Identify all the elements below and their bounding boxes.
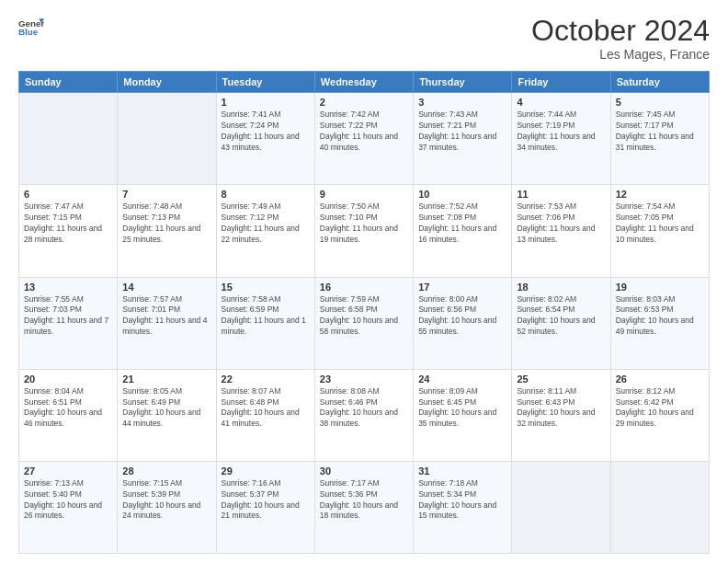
daylight-text: Daylight: 10 hours and 49 minutes. [616,316,704,338]
day-info: Sunrise: 7:43 AMSunset: 7:21 PMDaylight:… [418,109,506,154]
day-info: Sunrise: 7:42 AMSunset: 7:22 PMDaylight:… [320,109,408,154]
calendar-day-cell: 17Sunrise: 8:00 AMSunset: 6:56 PMDayligh… [414,277,512,369]
day-info: Sunrise: 7:47 AMSunset: 7:15 PMDaylight:… [24,201,112,246]
daylight-text: Daylight: 11 hours and 7 minutes. [24,316,112,338]
day-number: 11 [517,189,605,200]
sunset-text: Sunset: 7:21 PM [418,121,506,132]
sunset-text: Sunset: 5:34 PM [418,489,506,500]
sunrise-text: Sunrise: 7:54 AM [616,201,704,213]
day-info: Sunrise: 7:16 AMSunset: 5:37 PMDaylight:… [222,478,310,523]
calendar-day-cell: 27Sunrise: 7:13 AMSunset: 5:40 PMDayligh… [19,461,118,553]
calendar-day-cell: 7Sunrise: 7:48 AMSunset: 7:13 PMDaylight… [118,185,216,277]
sunset-text: Sunset: 6:56 PM [418,304,506,316]
sunset-text: Sunset: 6:54 PM [517,304,605,316]
day-info: Sunrise: 8:02 AMSunset: 6:54 PMDaylight:… [517,294,605,339]
calendar-day-cell: 21Sunrise: 8:05 AMSunset: 6:49 PMDayligh… [118,369,216,461]
calendar-week-row: 6Sunrise: 7:47 AMSunset: 7:15 PMDaylight… [19,185,710,277]
sunrise-text: Sunrise: 7:49 AM [222,201,310,213]
sunrise-text: Sunrise: 7:44 AM [517,109,605,121]
sunrise-text: Sunrise: 8:03 AM [616,294,704,305]
sunset-text: Sunset: 7:24 PM [222,121,310,132]
calendar-table: SundayMondayTuesdayWednesdayThursdayFrid… [18,71,710,554]
sunset-text: Sunset: 6:46 PM [320,397,408,408]
day-number: 2 [320,97,408,108]
logo: General Blue [18,15,44,40]
sunrise-text: Sunrise: 7:16 AM [222,478,310,489]
day-number: 28 [122,465,210,477]
sunrise-text: Sunrise: 7:15 AM [122,478,210,489]
sunset-text: Sunset: 7:13 PM [122,213,210,224]
sunrise-text: Sunrise: 7:13 AM [24,478,112,489]
day-info: Sunrise: 8:08 AMSunset: 6:46 PMDaylight:… [320,386,408,431]
daylight-text: Daylight: 11 hours and 4 minutes. [122,316,210,338]
sunset-text: Sunset: 7:22 PM [320,121,408,132]
day-number: 10 [418,189,506,200]
weekday-header-cell: Thursday [414,72,512,93]
calendar-day-cell: 4Sunrise: 7:44 AMSunset: 7:19 PMDaylight… [512,93,610,185]
sunset-text: Sunset: 6:51 PM [24,397,112,408]
sunrise-text: Sunrise: 7:52 AM [418,201,506,213]
day-number: 22 [222,373,310,385]
sunrise-text: Sunrise: 7:50 AM [320,201,408,213]
weekday-header-cell: Tuesday [216,72,314,93]
daylight-text: Daylight: 10 hours and 55 minutes. [418,316,506,338]
sunrise-text: Sunrise: 8:08 AM [320,386,408,397]
daylight-text: Daylight: 10 hours and 52 minutes. [517,316,605,338]
calendar-day-cell: 28Sunrise: 7:15 AMSunset: 5:39 PMDayligh… [118,461,216,553]
day-number: 9 [320,189,408,200]
sunset-text: Sunset: 6:45 PM [418,397,506,408]
sunset-text: Sunset: 7:08 PM [418,213,506,224]
day-number: 27 [24,465,112,477]
daylight-text: Daylight: 10 hours and 41 minutes. [222,408,310,430]
calendar-day-cell: 22Sunrise: 8:07 AMSunset: 6:48 PMDayligh… [216,369,314,461]
day-info: Sunrise: 7:52 AMSunset: 7:08 PMDaylight:… [418,201,506,246]
sunrise-text: Sunrise: 7:43 AM [418,109,506,121]
day-number: 13 [24,282,112,293]
sunset-text: Sunset: 5:36 PM [320,489,408,500]
daylight-text: Daylight: 11 hours and 13 minutes. [517,224,605,246]
sunset-text: Sunset: 7:15 PM [24,213,112,224]
sunset-text: Sunset: 6:43 PM [517,397,605,408]
daylight-text: Daylight: 10 hours and 29 minutes. [616,408,704,430]
month-title: October 2024 [531,15,710,47]
sunrise-text: Sunrise: 8:05 AM [122,386,210,397]
daylight-text: Daylight: 11 hours and 25 minutes. [122,224,210,246]
sunset-text: Sunset: 6:42 PM [616,397,704,408]
day-number: 8 [222,189,310,200]
day-number: 23 [320,373,408,385]
daylight-text: Daylight: 11 hours and 37 minutes. [418,132,506,154]
sunrise-text: Sunrise: 8:11 AM [517,386,605,397]
day-info: Sunrise: 8:03 AMSunset: 6:53 PMDaylight:… [616,294,704,339]
daylight-text: Daylight: 11 hours and 19 minutes. [320,224,408,246]
sunset-text: Sunset: 7:01 PM [122,304,210,316]
calendar-day-cell: 14Sunrise: 7:57 AMSunset: 7:01 PMDayligh… [118,277,216,369]
sunrise-text: Sunrise: 7:45 AM [616,109,704,121]
daylight-text: Daylight: 10 hours and 44 minutes. [122,408,210,430]
calendar-week-row: 13Sunrise: 7:55 AMSunset: 7:03 PMDayligh… [19,277,710,369]
sunrise-text: Sunrise: 7:48 AM [122,201,210,213]
calendar-day-cell [118,93,216,185]
day-number: 19 [616,282,704,293]
header: General Blue October 2024 Les Mages, Fra… [18,15,710,62]
day-number: 15 [222,282,310,293]
daylight-text: Daylight: 11 hours and 16 minutes. [418,224,506,246]
day-info: Sunrise: 7:17 AMSunset: 5:36 PMDaylight:… [320,478,408,523]
daylight-text: Daylight: 10 hours and 32 minutes. [517,408,605,430]
sunrise-text: Sunrise: 7:53 AM [517,201,605,213]
day-number: 24 [418,373,506,385]
day-info: Sunrise: 8:12 AMSunset: 6:42 PMDaylight:… [616,386,704,431]
calendar-day-cell [19,93,118,185]
sunrise-text: Sunrise: 8:00 AM [418,294,506,305]
location: Les Mages, France [531,47,710,62]
daylight-text: Daylight: 11 hours and 43 minutes. [222,132,310,154]
day-number: 7 [122,189,210,200]
svg-text:Blue: Blue [18,27,39,37]
day-number: 4 [517,97,605,108]
daylight-text: Daylight: 10 hours and 35 minutes. [418,408,506,430]
sunrise-text: Sunrise: 8:04 AM [24,386,112,397]
day-number: 12 [616,189,704,200]
calendar-day-cell: 5Sunrise: 7:45 AMSunset: 7:17 PMDaylight… [610,93,709,185]
daylight-text: Daylight: 10 hours and 15 minutes. [418,500,506,523]
calendar-week-row: 20Sunrise: 8:04 AMSunset: 6:51 PMDayligh… [19,369,710,461]
day-number: 18 [517,282,605,293]
